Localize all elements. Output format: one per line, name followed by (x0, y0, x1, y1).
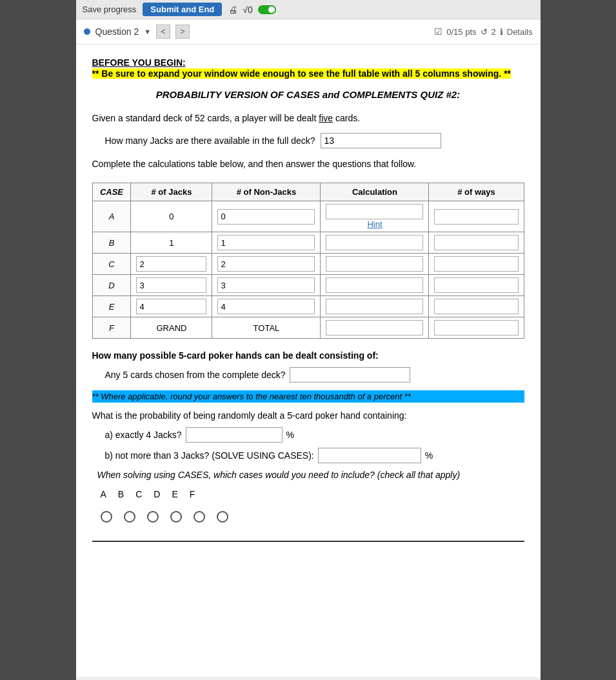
jacks-e-input[interactable] (136, 299, 206, 314)
nonjacks-b-cell (212, 232, 321, 254)
table-row: B 1 (92, 232, 524, 254)
main-content: BEFORE YOU BEGIN: ** Be sure to expand y… (76, 45, 541, 677)
case-d: D (92, 275, 131, 296)
toolbar: Save progress Submit and End 🖨 √0 (76, 0, 541, 19)
rounding-note: ** Where applicable, round your answers … (92, 390, 524, 403)
ways-f-cell (429, 317, 524, 339)
ways-c-input[interactable] (434, 256, 518, 272)
calc-e-input[interactable] (326, 299, 423, 314)
table-row: A 0 Hint (92, 201, 524, 232)
part-b-percent: % (425, 450, 433, 461)
ways-f-input[interactable] (434, 320, 518, 335)
jacks-b: 1 (131, 232, 212, 254)
jacks-d-input[interactable] (136, 277, 206, 293)
ways-c-cell (429, 254, 524, 275)
any5-input[interactable] (290, 367, 410, 383)
calc-f-input[interactable] (326, 320, 423, 335)
calc-d-input[interactable] (326, 277, 423, 293)
col-header-nonjacks: # of Non-Jacks (212, 183, 321, 201)
any5-row: Any 5 cards chosen from the complete dec… (105, 367, 524, 383)
before-begin-highlight: ** Be sure to expand your window wide en… (92, 68, 512, 79)
jacks-a: 0 (131, 201, 212, 232)
submit-end-button[interactable]: Submit and End (143, 3, 222, 16)
jacks-question-label: How many Jacks are there available in th… (105, 135, 315, 146)
calc-c-cell (321, 254, 429, 275)
nav-prev-button[interactable]: < (156, 25, 170, 39)
nonjacks-e-input[interactable] (217, 299, 315, 314)
nonjacks-b-input[interactable] (217, 235, 315, 250)
nonjacks-a-cell (212, 201, 321, 232)
toolbar-icons: 🖨 √0 (228, 5, 275, 15)
checkbox-f-circle[interactable] (217, 511, 228, 523)
jacks-c-input[interactable] (136, 256, 206, 272)
checkbox-c-circle[interactable] (147, 511, 159, 523)
underline-five: five (319, 113, 333, 123)
edit-icon: ☑ (434, 26, 442, 37)
hint-link-a[interactable]: Hint (367, 219, 382, 229)
print-icon[interactable]: 🖨 (228, 5, 237, 15)
col-header-calc: Calculation (321, 183, 429, 201)
checkbox-f: F (190, 489, 195, 499)
part-a-label: a) exactly 4 Jacks? (105, 430, 182, 440)
calc-e-cell (321, 296, 429, 317)
checkbox-a-circle[interactable] (101, 511, 112, 523)
part-b-input[interactable] (318, 448, 421, 463)
checkbox-b: B (118, 489, 124, 499)
toggle-switch[interactable] (258, 5, 276, 14)
save-progress-button[interactable]: Save progress (83, 5, 137, 14)
col-header-jacks: # of Jacks (131, 183, 212, 201)
calc-a-input[interactable] (326, 204, 423, 219)
bottom-divider (92, 541, 524, 542)
part-a-row: a) exactly 4 Jacks? % (105, 427, 524, 443)
attempts-text: 2 (492, 27, 496, 37)
calc-d-cell (321, 275, 429, 296)
ways-a-input[interactable] (434, 209, 518, 225)
before-begin-title: BEFORE YOU BEGIN: (92, 57, 524, 68)
table-row: D (92, 275, 524, 296)
nonjacks-e-cell (212, 296, 321, 317)
nonjacks-c-cell (212, 254, 321, 275)
checkbox-d-circle[interactable] (170, 511, 182, 523)
nonjacks-d-input[interactable] (217, 277, 315, 293)
calc-f-cell (321, 317, 429, 339)
calculations-table: CASE # of Jacks # of Non-Jacks Calculati… (92, 183, 524, 339)
details-label: Details (507, 27, 533, 37)
info-icon: ℹ (500, 27, 503, 37)
part-b-label: b) not more than 3 Jacks? (SOLVE USING C… (105, 450, 314, 461)
calc-b-cell (321, 232, 429, 254)
nav-next-button[interactable]: > (175, 25, 190, 39)
case-f: F (92, 317, 131, 339)
table-question: Complete the calculations table below, a… (92, 157, 524, 171)
nonjacks-c-input[interactable] (217, 256, 315, 272)
ways-d-cell (429, 275, 524, 296)
jacks-answer-input[interactable] (321, 133, 441, 148)
ways-e-input[interactable] (434, 299, 518, 314)
ways-b-input[interactable] (434, 235, 518, 250)
calc-b-input[interactable] (326, 235, 423, 250)
checkbox-f-label: F (190, 489, 195, 499)
part-b-row: b) not more than 3 Jacks? (SOLVE USING C… (105, 448, 524, 463)
part-a-input[interactable] (186, 427, 283, 443)
cases-instruction: When solving using CASES, which cases wo… (97, 470, 524, 480)
nav-dropdown-button[interactable]: ▼ (144, 28, 151, 35)
question-nav: Question 2 ▼ < > ☑ 0/15 pts ↺ 2 ℹ Detail… (76, 19, 541, 45)
checkbox-c-label: C (135, 489, 142, 499)
col-header-ways: # of ways (429, 183, 524, 201)
case-b: B (92, 232, 131, 254)
question-dot (84, 28, 90, 35)
question-label: Question 2 (95, 26, 139, 37)
ways-d-input[interactable] (434, 277, 518, 293)
intro-text: Given a standard deck of 52 cards, a pla… (92, 112, 524, 125)
ways-b-cell (429, 232, 524, 254)
case-e: E (92, 296, 131, 317)
checkbox-e-circle[interactable] (194, 511, 205, 523)
hands-question: How many possible 5-card poker hands can… (92, 350, 524, 361)
jacks-f: GRAND (131, 317, 212, 339)
table-section: CASE # of Jacks # of Non-Jacks Calculati… (92, 183, 524, 339)
jacks-e-cell (131, 296, 212, 317)
calc-c-input[interactable] (326, 256, 423, 272)
checkbox-d-label: D (154, 489, 160, 499)
table-row: F GRAND TOTAL (92, 317, 524, 339)
nonjacks-a-input[interactable] (217, 209, 315, 225)
checkbox-b-circle[interactable] (124, 511, 135, 523)
